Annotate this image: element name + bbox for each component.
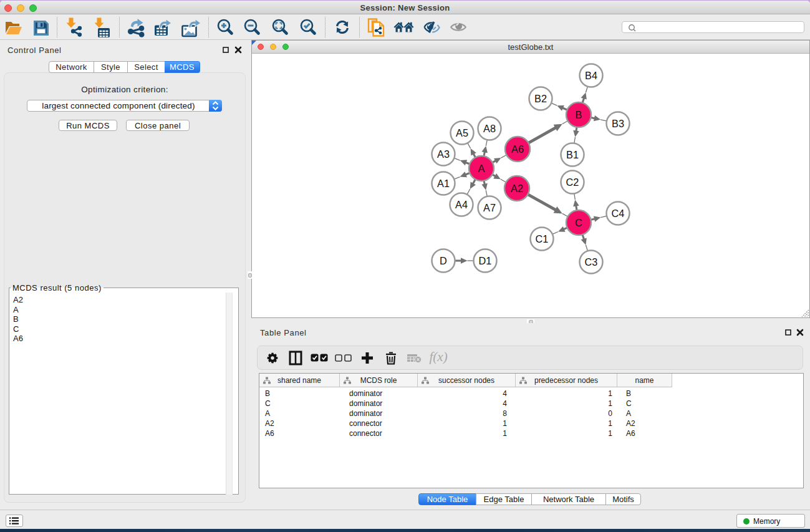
svg-text:A1: A1 bbox=[437, 178, 450, 189]
svg-text:B3: B3 bbox=[612, 118, 624, 129]
svg-text:A4: A4 bbox=[455, 199, 468, 210]
svg-text:A3: A3 bbox=[437, 148, 450, 160]
svg-text:D: D bbox=[440, 255, 447, 266]
svg-text:A6: A6 bbox=[511, 143, 524, 155]
svg-text:B1: B1 bbox=[566, 149, 579, 160]
svg-text:A5: A5 bbox=[456, 127, 468, 138]
svg-text:C: C bbox=[575, 217, 582, 228]
svg-text:A2: A2 bbox=[511, 183, 523, 194]
svg-text:A8: A8 bbox=[483, 123, 496, 134]
svg-text:B2: B2 bbox=[534, 93, 547, 104]
svg-text:B4: B4 bbox=[585, 70, 597, 81]
svg-text:C3: C3 bbox=[585, 256, 598, 268]
svg-text:C1: C1 bbox=[536, 233, 549, 244]
svg-text:C2: C2 bbox=[566, 177, 579, 188]
svg-text:C4: C4 bbox=[612, 208, 625, 219]
svg-text:A: A bbox=[478, 163, 485, 174]
svg-text:B: B bbox=[576, 109, 582, 120]
svg-text:A7: A7 bbox=[483, 202, 496, 213]
svg-text:D1: D1 bbox=[479, 255, 492, 266]
